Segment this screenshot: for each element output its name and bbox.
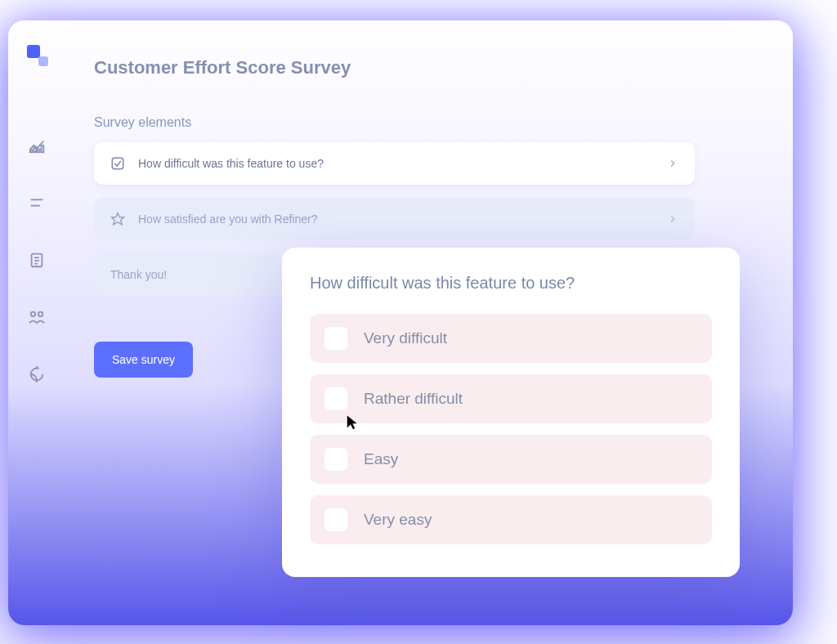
popup-title: How difficult was this feature to use? [310,274,712,293]
svg-marker-13 [112,213,124,225]
people-icon[interactable] [28,308,46,326]
question-preview-popup: How difficult was this feature to use? V… [282,248,740,577]
survey-element-satisfaction[interactable]: How satisfied are you with Refiner? [94,198,695,240]
section-label: Survey elements [94,115,760,130]
option-very-easy[interactable]: Very easy [310,495,712,544]
option-label: Very difficult [364,329,447,347]
save-survey-button[interactable]: Save survey [94,342,193,378]
chevron-right-icon [667,158,678,169]
chevron-right-icon [667,213,678,225]
svg-point-10 [31,312,36,317]
svg-rect-0 [30,150,33,153]
menu-icon[interactable] [28,194,46,212]
app-logo [27,45,47,65]
option-label: Rather difficult [364,390,463,408]
option-checkbox[interactable] [325,387,347,410]
option-label: Very easy [364,511,432,529]
analytics-icon[interactable] [28,136,46,154]
option-checkbox[interactable] [325,508,347,531]
survey-element-difficulty[interactable]: How difficult was this feature to use? [94,142,695,185]
clipboard-icon[interactable] [28,251,46,269]
page-title: Customer Effort Score Survey [94,57,760,78]
star-icon [110,212,125,226]
element-label: How difficult was this feature to use? [138,157,667,170]
element-label: How satisfied are you with Refiner? [138,212,667,226]
svg-rect-1 [34,148,36,153]
svg-point-11 [38,312,43,317]
option-rather-difficult[interactable]: Rather difficult [310,374,712,423]
svg-rect-12 [112,158,123,169]
refresh-icon[interactable] [28,365,46,383]
cursor-icon [347,415,358,433]
option-checkbox[interactable] [325,448,347,471]
checkbox-icon [110,156,125,171]
svg-rect-2 [38,150,40,153]
sidebar [8,20,65,625]
svg-rect-3 [42,145,44,152]
option-label: Easy [364,450,398,468]
option-easy[interactable]: Easy [310,435,712,484]
option-very-difficult[interactable]: Very difficult [310,314,712,363]
option-checkbox[interactable] [325,327,347,350]
